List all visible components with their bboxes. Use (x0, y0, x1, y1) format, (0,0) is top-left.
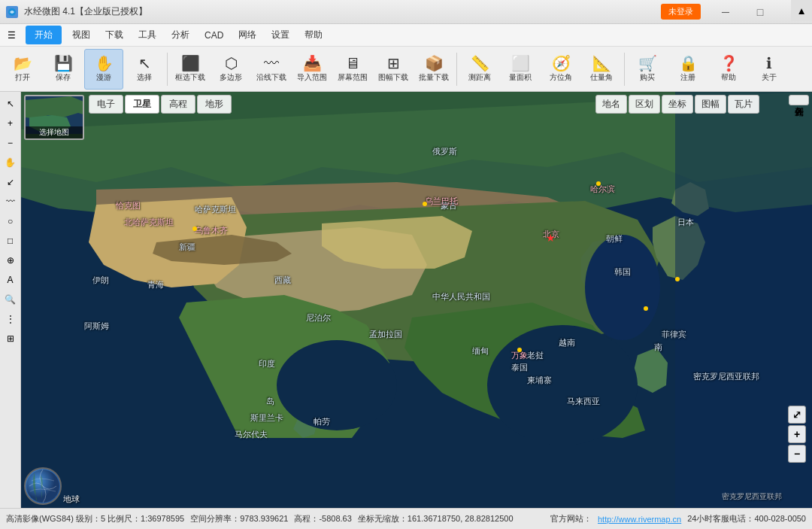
left-tool-7[interactable]: ○ (2, 212, 20, 230)
sheet-download-icon: ⊞ (387, 56, 400, 71)
tool-select[interactable]: ↖ 选择 (125, 49, 164, 90)
menu-start[interactable]: 开始 (26, 26, 62, 44)
tool-box-download[interactable]: ⬛ 框选下载 (171, 49, 210, 90)
titlebar-left: 水经微图 4.1【企业版已授权】 (0, 5, 147, 18)
map-type-tabs: 电子 卫星 高程 地形 (89, 95, 601, 114)
tool-box-download-label: 框选下载 (175, 72, 205, 83)
left-tool-3[interactable]: − (2, 134, 20, 152)
zoom-out-button[interactable]: − (788, 445, 806, 463)
tab-tile[interactable]: 瓦片 (728, 95, 759, 114)
left-tool-11[interactable]: 🔍 (2, 290, 20, 309)
map-background (21, 92, 812, 508)
left-tool-6[interactable]: 〰 (2, 193, 20, 211)
tool-line-download[interactable]: 〰 沿线下载 (252, 49, 291, 90)
tool-angle[interactable]: 📐 仕量角 (582, 49, 621, 90)
task-panel-button[interactable]: 任务列表 (789, 95, 809, 105)
menu-tools[interactable]: 工具 (131, 26, 164, 44)
tool-polygon[interactable]: ⬡ 多边形 (211, 49, 250, 90)
tool-bearing[interactable]: 🧭 方位角 (541, 49, 580, 90)
menu-network[interactable]: 网络 (231, 26, 264, 44)
tool-batch-label: 批量下载 (419, 72, 449, 83)
pan-icon: ✋ (95, 56, 114, 71)
maximize-button[interactable]: □ (743, 0, 777, 24)
menu-analysis[interactable]: 分析 (164, 26, 197, 44)
tab-electronic[interactable]: 电子 (89, 95, 123, 114)
tool-angle-label: 仕量角 (590, 72, 613, 83)
expand-map-button[interactable]: ⤢ (788, 406, 806, 424)
left-tool-2[interactable]: + (2, 114, 20, 132)
status-website-link[interactable]: http://www.rivermap.cn (598, 515, 681, 524)
map-container[interactable]: 选择地图 电子 卫星 高程 地形 地名 区划 坐标 图幅 瓦片 任务列表 俄罗斯… (21, 92, 812, 508)
buy-icon: 🛒 (638, 56, 657, 71)
globe-label: 地球 (63, 494, 80, 505)
tool-buy[interactable]: 🛒 购买 (628, 49, 667, 90)
tab-placename[interactable]: 地名 (595, 95, 627, 114)
menu-settings[interactable]: 设置 (264, 26, 297, 44)
left-tool-4[interactable]: ✋ (2, 154, 20, 172)
tool-register[interactable]: 🔒 注册 (668, 49, 707, 90)
screen-range-icon: 🖥 (345, 56, 360, 71)
tool-line-download-label: 沿线下载 (256, 72, 286, 83)
menu-view[interactable]: 视图 (65, 26, 98, 44)
menu-download[interactable]: 下载 (98, 26, 131, 44)
mini-map[interactable]: 选择地图 (24, 95, 84, 140)
mini-map-label: 选择地图 (26, 126, 83, 138)
tool-screen-label: 屏幕范围 (338, 72, 368, 83)
city-dot-urumqi (192, 226, 197, 231)
status-phone: 24小时客服电话：400-028-0050 (687, 513, 806, 524)
angle-icon: 📐 (592, 56, 611, 71)
tool-help[interactable]: ❓ 帮助 (709, 49, 748, 90)
left-tool-13[interactable]: ⊞ (2, 330, 20, 348)
tool-measure-area-label: 量面积 (509, 72, 532, 83)
polygon-icon: ⬡ (225, 56, 238, 71)
left-panel: ↖ + − ✋ ↙ 〰 ○ □ ⊕ A 🔍 ⋮ ⊞ (0, 92, 21, 508)
bearing-icon: 🧭 (552, 56, 571, 71)
tool-pan[interactable]: ✋ 漫游 (84, 49, 123, 90)
tool-measure-distance[interactable]: 📏 测距离 (460, 49, 499, 90)
left-tool-8[interactable]: □ (2, 232, 20, 250)
tool-batch-download[interactable]: 📦 批量下载 (414, 49, 453, 90)
tool-about[interactable]: ℹ 关于 (750, 49, 789, 90)
tool-sheet-download[interactable]: ⊞ 图幅下载 (374, 49, 413, 90)
tool-polygon-label: 多边形 (220, 72, 242, 83)
measure-distance-icon: 📏 (471, 56, 489, 71)
toolbar-separator-1 (167, 53, 168, 86)
zoom-in-button[interactable]: + (788, 425, 806, 443)
city-dot-vientiane (517, 348, 522, 352)
left-tool-10[interactable]: A (2, 271, 20, 289)
minimize-button[interactable]: ─ (708, 0, 743, 24)
left-tool-5[interactable]: ↙ (2, 173, 20, 191)
tool-import-range[interactable]: 📥 导入范围 (292, 49, 332, 90)
tab-elevation[interactable]: 高程 (161, 95, 195, 114)
city-dot-okinawa (644, 306, 648, 311)
statusbar: 高清影像(WGS84) 级别：5 比例尺：1:36978595 空间分辨率：97… (0, 508, 812, 529)
globe[interactable] (24, 467, 62, 505)
hamburger-menu[interactable]: ☰ (0, 24, 23, 47)
tool-about-label: 关于 (762, 72, 777, 83)
tool-measure-area[interactable]: ⬜ 量面积 (501, 49, 540, 90)
tool-open[interactable]: 📂 打开 (3, 49, 42, 90)
tab-sheet[interactable]: 图幅 (695, 95, 726, 114)
toolbar-separator-3 (624, 53, 625, 86)
map-copyright: 密克罗尼西亚联邦 (722, 491, 782, 502)
tool-screen-range[interactable]: 🖥 屏幕范围 (333, 49, 372, 90)
left-tool-1[interactable]: ↖ (2, 95, 20, 113)
tool-register-label: 注册 (680, 72, 695, 83)
tab-satellite[interactable]: 卫星 (125, 95, 159, 114)
collapse-toolbar-button[interactable]: ▲ (791, 0, 812, 21)
left-tool-12[interactable]: ⋮ (2, 310, 20, 328)
tab-coordinates[interactable]: 坐标 (662, 95, 693, 114)
tool-bearing-label: 方位角 (550, 72, 572, 83)
menu-cad[interactable]: CAD (197, 27, 231, 44)
menu-help[interactable]: 帮助 (297, 26, 330, 44)
tool-import-label: 导入范围 (297, 72, 327, 83)
login-button[interactable]: 未登录 (661, 4, 701, 20)
tab-district[interactable]: 区划 (629, 95, 660, 114)
tab-terrain[interactable]: 地形 (197, 95, 232, 114)
tool-save[interactable]: 💾 保存 (44, 49, 83, 90)
svg-point-6 (585, 235, 660, 340)
toolbar: 📂 打开 💾 保存 ✋ 漫游 ↖ 选择 ⬛ 框选下载 ⬡ 多边形 〰 沿线下载 … (0, 47, 812, 92)
tool-buy-label: 购买 (640, 72, 655, 83)
left-tool-9[interactable]: ⊕ (2, 251, 20, 269)
app-icon (6, 6, 18, 18)
